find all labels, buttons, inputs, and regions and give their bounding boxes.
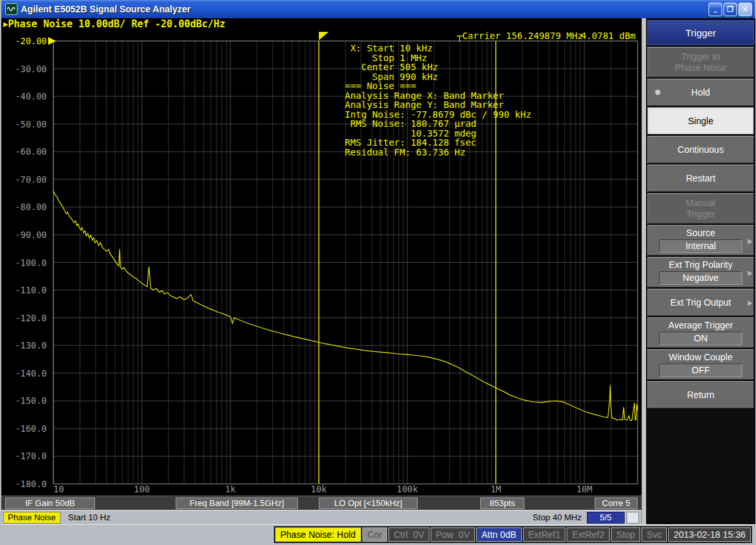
softkey-trigger-to-phase-noise: Trigger to Phase Noise — [647, 47, 754, 77]
app-window: Agilent E5052B Signal Source Analyzer –❐… — [0, 0, 756, 545]
x-tick-label: 10k — [311, 484, 327, 494]
softkey-label: Manual Trigger — [686, 198, 716, 220]
softkey-label: Source — [686, 228, 715, 239]
softkey-source[interactable]: SourceInternal▶ — [647, 225, 754, 256]
x-tick-label: 1k — [225, 484, 236, 494]
status-corner-box — [627, 512, 639, 524]
window-title: Agilent E5052B Signal Source Analyzer — [21, 4, 709, 14]
system-indicator-2013-02-18-15-36: 2013-02-18 15:36 — [668, 527, 751, 542]
y-tick-label: -80.00 — [15, 202, 47, 212]
sweep-stop: Stop 40 MHz — [533, 512, 582, 522]
minimize-button[interactable]: – — [709, 3, 722, 16]
app-icon — [5, 3, 18, 15]
y-tick-label: -20.00 — [15, 36, 47, 46]
context-bar: IF Gain 50dB Freq Band [99M-1.5GHz] LO O… — [1, 496, 641, 510]
y-tick-label: -100.0 — [15, 258, 47, 268]
system-indicator-ctrl-0v: Ctrl 0V — [388, 527, 429, 542]
softkey-ext-trig-output[interactable]: Ext Trig Output▶ — [647, 289, 754, 316]
y-tick-label: -30.00 — [15, 64, 47, 74]
softkey-manual-trigger: Manual Trigger — [647, 193, 754, 224]
softkey-value: Negative — [659, 271, 742, 285]
softkey-label: Continuous — [678, 144, 724, 155]
submenu-arrow-icon: ▶ — [748, 299, 753, 306]
y-tick-label: -50.00 — [15, 119, 47, 129]
system-indicator-cor: Cor — [362, 527, 388, 542]
y-tick-label: -160.0 — [15, 423, 47, 434]
carrier-frequency-readout: ┬Carrier 156.249879 MHz — [456, 31, 583, 42]
softkey-value: ON — [659, 332, 742, 345]
x-tick-label: 10 — [53, 484, 64, 494]
softkey-value: OFF — [659, 364, 742, 377]
carrier-power-readout: 4.0781 dBm — [581, 31, 636, 41]
freq-band-field[interactable]: Freq Band [99M-1.5GHz] — [176, 498, 298, 509]
titlebar[interactable]: Agilent E5052B Signal Source Analyzer –❐… — [1, 0, 755, 18]
system-indicator-extref1: ExtRef1 — [523, 527, 566, 542]
y-tick-label: -40.00 — [15, 91, 47, 101]
submenu-arrow-icon: ▶ — [748, 237, 753, 244]
analysis-info-line: Residual FM: 63.736 Hz — [345, 147, 465, 157]
trace-scale-label: Phase Noise 10.00dB/ Ref -20.00dBc/Hz — [8, 18, 225, 30]
y-tick-label: -110.0 — [15, 285, 47, 295]
system-indicator-phase-noise-hold: Phase Noise: Hold — [275, 527, 361, 542]
y-tick-label: -90.00 — [15, 230, 47, 240]
softkey-label: Window Couple — [669, 352, 733, 363]
softkey-label: Single — [688, 116, 714, 127]
y-tick-label: -70.00 — [15, 174, 47, 185]
band-marker-flag-icon[interactable] — [319, 32, 329, 40]
system-indicator-attn-0db: Attn 0dB — [476, 527, 522, 542]
phase-noise-plot[interactable]: -20.00-30.00-40.00-50.00-60.00-70.00-80.… — [1, 30, 641, 496]
y-tick-label: -150.0 — [15, 395, 47, 406]
sweep-start: Start 10 Hz — [68, 512, 111, 522]
softkey-single[interactable]: Single — [647, 107, 754, 135]
system-status-bar: Phase Noise: HoldCorCtrl 0VPow 0VAttn 0d… — [1, 524, 755, 544]
softkey-hold[interactable]: Hold — [647, 79, 754, 106]
measurement-display: ▶Phase Noise 10.00dB/ Ref -20.00dBc/Hz -… — [1, 18, 641, 524]
system-indicator-stop: Stop — [611, 527, 640, 542]
x-tick-label: 1M — [491, 484, 501, 494]
softkey-label: Trigger to Phase Noise — [675, 51, 726, 73]
submenu-arrow-icon: ▶ — [748, 269, 753, 276]
x-tick-label: 100k — [397, 484, 418, 494]
if-gain-field[interactable]: IF Gain 50dB — [5, 498, 95, 509]
lo-opt-field[interactable]: LO Opt [<150kHz] — [319, 498, 418, 509]
system-indicator-pow-0v: Pow 0V — [431, 527, 475, 542]
active-state-bullet-icon — [655, 90, 660, 95]
softkey-label: Ext Trig Polarity — [669, 259, 733, 271]
restore-button[interactable]: ❐ — [723, 3, 737, 16]
y-tick-label: -130.0 — [15, 340, 47, 351]
trace-header: ▶Phase Noise 10.00dB/ Ref -20.00dBc/Hz — [1, 18, 641, 30]
points-field: 853pts — [480, 498, 524, 509]
panel-divider — [641, 18, 646, 524]
softkey-window-couple[interactable]: Window CoupleOFF — [647, 349, 754, 380]
y-tick-label: -140.0 — [15, 368, 47, 379]
softkey-value: Internal — [659, 239, 742, 253]
y-tick-label: -180.0 — [15, 479, 47, 489]
system-indicator-svc: Svc — [641, 527, 667, 542]
average-count-badge: 5/5 — [587, 512, 625, 524]
reference-level-arrow-icon — [48, 37, 56, 45]
x-tick-label: 10M — [576, 484, 592, 494]
softkey-ext-trig-polarity[interactable]: Ext Trig PolarityNegative▶ — [647, 257, 754, 287]
window-controls: –❐✕ — [709, 3, 752, 16]
softkey-menu: Trigger Trigger to Phase NoiseHoldSingle… — [646, 18, 755, 524]
softkey-restart[interactable]: Restart — [647, 165, 754, 192]
status-bar: Phase Noise Start 10 Hz Stop 40 MHz 5/5 — [1, 510, 641, 524]
softkey-average-trigger[interactable]: Average TriggerON — [647, 317, 754, 348]
mode-badge: Phase Noise — [3, 512, 61, 524]
softkey-menu-title: Trigger — [647, 20, 754, 45]
softkey-label: Restart — [686, 173, 715, 184]
softkey-label: Ext Trig Output — [670, 297, 731, 308]
y-tick-label: -120.0 — [15, 313, 47, 323]
y-tick-label: -170.0 — [15, 451, 47, 461]
softkey-label: Return — [687, 390, 714, 401]
correlation-field: Corre 5 — [595, 498, 638, 509]
softkey-label: Average Trigger — [668, 320, 733, 331]
x-tick-label: 100 — [134, 484, 150, 494]
system-indicator-extref2: ExtRef2 — [567, 527, 610, 542]
close-button[interactable]: ✕ — [738, 3, 752, 16]
softkey-label: Hold — [692, 87, 710, 98]
y-tick-label: -60.00 — [15, 146, 47, 157]
softkey-return[interactable]: Return — [647, 381, 754, 408]
softkey-continuous[interactable]: Continuous — [647, 136, 754, 163]
